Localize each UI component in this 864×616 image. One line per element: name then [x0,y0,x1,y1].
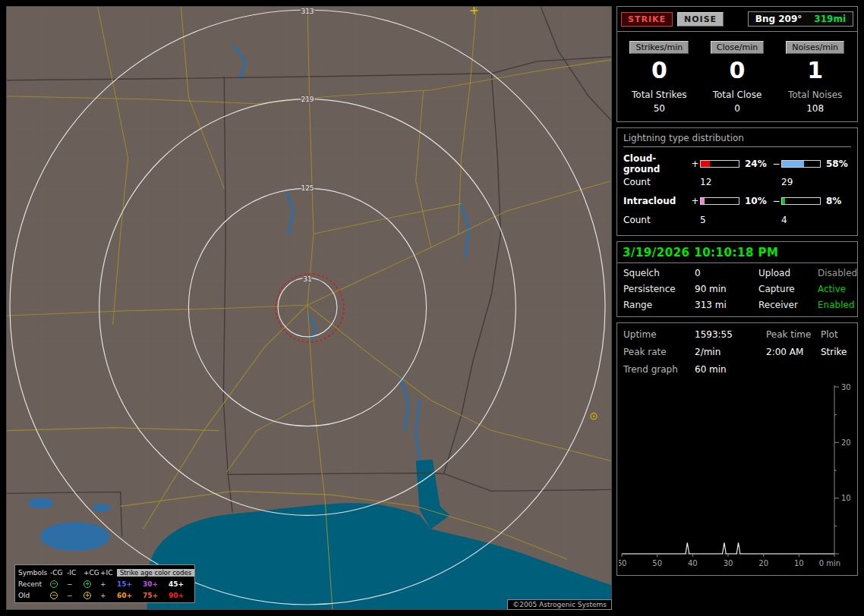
strikes-per-min-button[interactable]: Strikes/min [629,41,689,54]
age-30: 30+ [143,580,169,588]
old-pcg-icon: + [84,592,91,599]
ic-pos-bar [700,197,739,205]
ic-count-label: Count [623,215,690,225]
distribution-title: Lightning type distribution [623,133,851,147]
trend-panel: Uptime 1593:55 Peak time Plot Peak rate … [616,322,858,576]
strike-mode-button[interactable]: STRIKE [621,12,673,27]
cg-neg-sign: − [771,159,781,169]
total-strikes-value: 50 [620,103,698,114]
upload-label: Upload [758,268,818,278]
close-per-min-button[interactable]: Close/min [711,41,764,54]
legend-old-row: Old − − + + 60+ 75+ 90+ [18,589,191,601]
total-close-value: 0 [698,103,777,114]
persistence-label: Persistence [623,284,695,294]
ring-label-219: 219 [301,96,314,103]
cg-neg-bar [781,160,821,168]
old-pic-icon: + [100,592,106,599]
svg-text:60: 60 [619,559,626,567]
clock-box: 3/19/2026 10:10:18 PM [617,242,857,263]
ic-pos-sign: + [690,196,700,206]
cg-pos-bar [700,160,739,168]
receiver-status: Enabled [818,300,857,310]
mode-row: STRIKE NOISE Bng 209° 319mi [617,7,857,32]
persistence-value: 90 min [695,284,758,294]
range-value: 313 mi [695,300,758,310]
intracloud-count-row: Count 5 4 [623,210,851,229]
total-noises-label: Total Noises [776,90,854,100]
status-grid: Squelch 0 Upload Disabled Persistence 90… [617,263,857,316]
range-label: Range [623,300,695,310]
receiver-label: Receiver [758,300,818,310]
cloud-ground-row: Cloud-ground + 24% − 58% [623,153,851,172]
lightning-map[interactable]: 313 219 125 31 Symbols -CG -IC +CG +IC S… [6,6,612,610]
ic-pos-pct: 10% [741,196,771,206]
capture-status: Active [818,284,857,294]
cg-neg-pct: 58% [822,159,848,169]
ic-neg-count: 4 [781,215,822,225]
peak-rate-value: 2/min [695,347,766,357]
legend-recent-label: Recent [18,580,50,588]
distribution-panel: Lightning type distribution Cloud-ground… [616,127,858,236]
intracloud-row: Intracloud + 10% − 8% [623,191,851,210]
peak-time-value: 2:00 AM [766,347,821,357]
cg-pos-pct: 24% [741,159,771,169]
squelch-label: Squelch [623,268,695,278]
svg-text:10: 10 [841,494,851,502]
noise-mode-button[interactable]: NOISE [677,12,724,27]
total-strikes-label: Total Strikes [620,90,698,100]
legend-col-nic: -IC [67,569,84,577]
recent-nic-icon: − [67,581,73,588]
ring-label-125: 125 [301,184,314,192]
svg-text:50: 50 [652,559,662,567]
legend-header-row: Symbols -CG -IC +CG +IC Strike age color… [18,567,191,578]
cg-neg-count: 29 [781,177,822,187]
bearing-value: Bng 209° [755,14,803,24]
legend-symbols-header: Symbols [18,569,50,577]
noises-per-min-button[interactable]: Noises/min [786,41,844,54]
stats-grid: Uptime 1593:55 Peak time Plot Peak rate … [617,323,857,376]
svg-text:0 min: 0 min [819,559,840,567]
sidebar: STRIKE NOISE Bng 209° 319mi Strikes/min … [616,6,858,610]
close-rate: 0 [698,57,777,83]
ic-neg-pct: 8% [822,196,848,206]
strikes-counter: Strikes/min 0 Total Strikes 50 [620,39,698,114]
ring-label-31: 31 [303,275,311,283]
rate-counters: Strikes/min 0 Total Strikes 50 Close/min… [617,32,857,121]
trend-graph: 3020106050403020100 min [617,376,857,575]
svg-text:30: 30 [724,559,733,567]
axis-ticks [622,387,839,557]
legend-col-ncg: -CG [50,569,67,577]
uptime-value: 1593:55 [695,329,766,340]
legend-old-label: Old [18,592,50,599]
peak-time-label: Peak time [766,329,821,340]
svg-text:10: 10 [794,559,804,567]
strikes-rate: 0 [620,57,698,83]
symbol-legend: Symbols -CG -IC +CG +IC Strike age color… [14,564,195,603]
capture-label: Capture [758,284,818,294]
datetime-display: 3/19/2026 10:10:18 PM [623,246,779,259]
trend-graph-canvas: 3020106050403020100 min [619,378,856,572]
recent-pcg-icon: + [84,580,91,588]
age-15: 15+ [117,580,143,588]
age-90: 90+ [169,592,194,599]
ic-neg-bar [781,197,821,205]
strike-rate-series [622,542,834,554]
total-noises-value: 108 [776,103,854,114]
svg-text:20: 20 [841,438,851,447]
ic-pos-count: 5 [700,215,741,225]
old-nic-icon: − [67,592,73,599]
intracloud-label: Intracloud [623,196,690,206]
cloud-ground-count-row: Count 12 29 [623,172,851,191]
legend-col-pic: +IC [100,569,117,577]
squelch-value: 0 [695,268,758,278]
trend-graph-label: Trend graph [623,364,695,375]
status-panel: 3/19/2026 10:10:18 PM Squelch 0 Upload D… [616,241,858,317]
trend-window-value: 60 min [695,364,766,375]
copyright-notice: ©2005 Astrogenic Systems [507,599,612,610]
uptime-label: Uptime [623,329,695,340]
counters-panel: STRIKE NOISE Bng 209° 319mi Strikes/min … [616,6,858,122]
axis-labels: 3020106050403020100 min [619,383,851,568]
plot-value: Strike [821,347,851,357]
ic-neg-sign: − [771,196,781,206]
noises-rate: 1 [776,57,854,83]
